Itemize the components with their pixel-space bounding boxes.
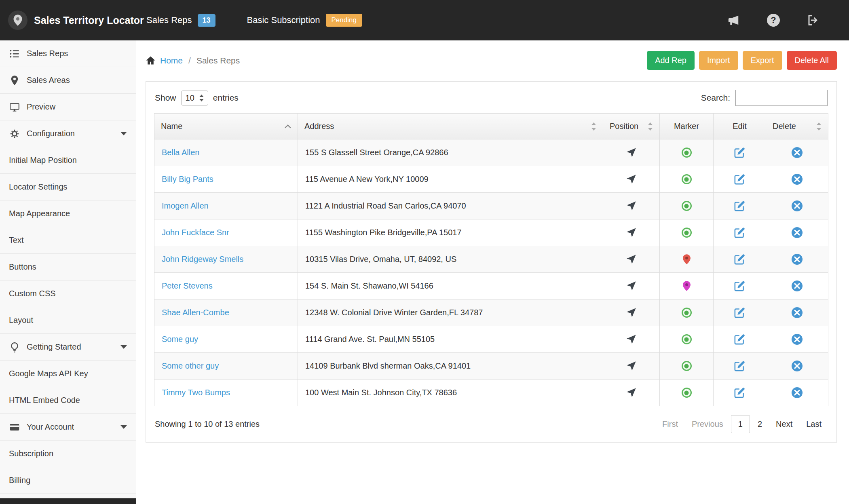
edit-icon[interactable]: [733, 360, 746, 372]
location-arrow-icon[interactable]: [626, 280, 637, 291]
location-arrow-icon[interactable]: [626, 307, 637, 318]
help-icon[interactable]: ?: [767, 13, 780, 27]
edit-icon[interactable]: [733, 173, 746, 186]
delete-all-button[interactable]: Delete All: [787, 51, 837, 70]
entries-summary: Showing 1 to 10 of 13 entries: [155, 420, 260, 429]
location-arrow-icon[interactable]: [626, 334, 637, 345]
delete-icon[interactable]: [791, 253, 803, 266]
marker-icon[interactable]: [679, 198, 694, 214]
column-header-marker: Marker: [660, 114, 714, 139]
sidebar-item-custom-css[interactable]: Custom CSS: [0, 280, 136, 307]
pagination-next[interactable]: Next: [770, 415, 798, 433]
rep-name-link[interactable]: Shae Allen-Combe: [162, 308, 229, 317]
sidebar-item-map-appearance[interactable]: Map Appearance: [0, 200, 136, 227]
marker-icon[interactable]: [679, 305, 694, 321]
edit-icon[interactable]: [733, 306, 746, 319]
sidebar-item-html-embed-code[interactable]: HTML Embed Code: [0, 387, 136, 414]
brand[interactable]: Sales Territory Locator: [0, 11, 136, 30]
sidebar-item-sales-reps[interactable]: Sales Reps: [0, 40, 136, 67]
edit-icon[interactable]: [733, 333, 746, 346]
rep-name-link[interactable]: Billy Big Pants: [162, 175, 213, 183]
sidebar-item-sales-areas[interactable]: Sales Areas: [0, 67, 136, 94]
edit-icon[interactable]: [733, 226, 746, 239]
location-arrow-icon[interactable]: [626, 227, 637, 238]
location-arrow-icon[interactable]: [626, 174, 637, 185]
edit-icon[interactable]: [733, 280, 746, 292]
rep-name-link[interactable]: Timmy Two Bumps: [162, 388, 230, 397]
location-arrow-icon[interactable]: [626, 361, 637, 371]
pagination-page-2[interactable]: 2: [752, 415, 768, 433]
entries-select[interactable]: 10: [181, 91, 208, 105]
megaphone-icon[interactable]: [727, 13, 741, 27]
marker-icon[interactable]: [679, 358, 694, 374]
marker-icon[interactable]: [679, 145, 694, 160]
delete-icon[interactable]: [791, 226, 803, 239]
export-button[interactable]: Export: [743, 51, 782, 70]
delete-icon[interactable]: [791, 146, 803, 159]
column-header-name[interactable]: Name: [154, 114, 298, 139]
sidebar-item-text[interactable]: Text: [0, 227, 136, 254]
sidebar-item-your-account[interactable]: Your Account: [0, 414, 136, 441]
rep-name-link[interactable]: Some guy: [162, 335, 198, 344]
rep-name-link[interactable]: Imogen Allen: [162, 201, 209, 210]
breadcrumb-home-link[interactable]: Home: [160, 56, 183, 65]
breadcrumb-bar: Home / Sales Reps Add Rep Import Export …: [137, 40, 849, 78]
sidebar-item-billing[interactable]: Billing: [0, 467, 136, 494]
marker-icon[interactable]: [679, 332, 694, 347]
rep-name-link[interactable]: Peter Stevens: [162, 281, 213, 290]
delete-icon[interactable]: [791, 333, 803, 346]
column-header-delete[interactable]: Delete: [766, 114, 828, 139]
sidebar-item-google-maps-api-key[interactable]: Google Maps API Key: [0, 361, 136, 387]
sidebar-item-subscription[interactable]: Subscription: [0, 441, 136, 467]
sidebar-item-label: Configuration: [27, 129, 75, 138]
logout-icon[interactable]: [806, 13, 820, 27]
sidebar-item-layout[interactable]: Layout: [0, 307, 136, 334]
edit-icon[interactable]: [733, 386, 746, 399]
delete-icon[interactable]: [791, 386, 803, 399]
marker-icon[interactable]: [679, 252, 694, 267]
rep-name-link[interactable]: Some other guy: [162, 361, 219, 370]
edit-icon[interactable]: [733, 146, 746, 159]
marker-icon[interactable]: [679, 278, 694, 294]
delete-icon[interactable]: [791, 360, 803, 372]
delete-icon[interactable]: [791, 280, 803, 292]
location-arrow-icon[interactable]: [626, 200, 637, 211]
sidebar-item-buttons[interactable]: Buttons: [0, 254, 136, 280]
location-arrow-icon[interactable]: [626, 147, 637, 158]
marker-icon[interactable]: [679, 172, 694, 187]
edit-icon[interactable]: [733, 253, 746, 266]
edit-icon[interactable]: [733, 200, 746, 212]
sidebar-item-getting-started[interactable]: Getting Started: [0, 334, 136, 361]
rep-name-link[interactable]: John Fuckface Snr: [162, 228, 229, 237]
pagination-page-1[interactable]: 1: [731, 415, 750, 433]
marker-icon[interactable]: [679, 225, 694, 240]
rep-address: 12348 W. Colonial Drive Winter Garden,FL…: [298, 299, 603, 326]
sidebar-item-locator-settings[interactable]: Locator Settings: [0, 174, 136, 200]
sort-icon: [816, 122, 822, 131]
table-row: Shae Allen-Combe 12348 W. Colonial Drive…: [154, 299, 828, 326]
marker-icon[interactable]: [679, 385, 694, 401]
location-arrow-icon[interactable]: [626, 387, 637, 398]
pagination-last[interactable]: Last: [800, 415, 828, 433]
monitor-icon: [9, 101, 20, 112]
pagination-first[interactable]: First: [656, 415, 684, 433]
delete-icon[interactable]: [791, 306, 803, 319]
sidebar-item-configuration[interactable]: Configuration: [0, 120, 136, 147]
location-arrow-icon[interactable]: [626, 254, 637, 265]
delete-icon[interactable]: [791, 200, 803, 212]
sidebar-item-preview[interactable]: Preview: [0, 94, 136, 120]
column-header-address[interactable]: Address: [298, 114, 603, 139]
nav-subscription[interactable]: Basic Subscription Pending: [247, 14, 362, 27]
rep-name-link[interactable]: Bella Allen: [162, 148, 199, 157]
delete-icon[interactable]: [791, 173, 803, 186]
sidebar-item-initial-map-position[interactable]: Initial Map Position: [0, 147, 136, 174]
import-button[interactable]: Import: [699, 51, 738, 70]
rep-name-link[interactable]: John Ridgeway Smells: [162, 255, 243, 264]
add-rep-button[interactable]: Add Rep: [647, 51, 695, 70]
search-input[interactable]: [735, 90, 828, 106]
nav-sales-reps[interactable]: Sales Reps 13: [146, 14, 215, 27]
column-header-position[interactable]: Position: [603, 114, 660, 139]
table-row: Some other guy 14109 Burbank Blvd sherma…: [154, 353, 828, 380]
home-icon: [146, 55, 156, 65]
pagination-previous[interactable]: Previous: [686, 415, 729, 433]
